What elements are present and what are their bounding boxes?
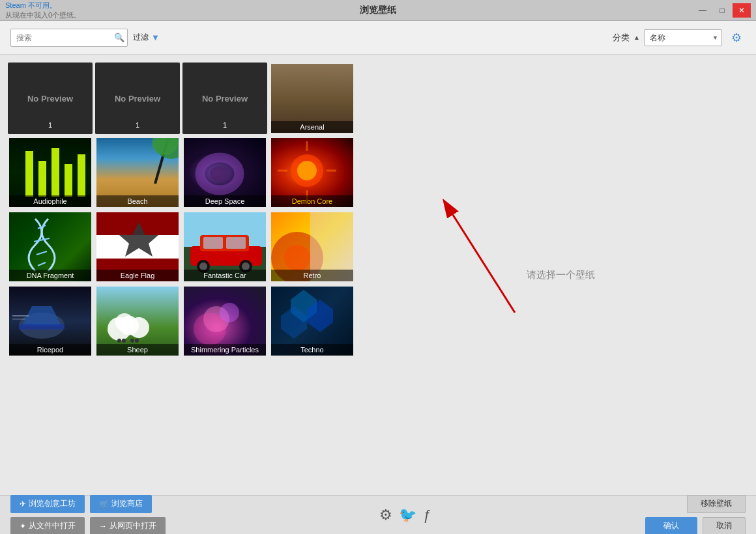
tile-techno[interactable]: Techno bbox=[270, 285, 355, 357]
tile-beach[interactable]: Beach bbox=[95, 137, 180, 208]
tile-label-techno: Techno bbox=[271, 344, 353, 356]
open-file-label: 从文件中打开 bbox=[29, 520, 76, 531]
minimize-button[interactable]: — bbox=[693, 3, 712, 18]
svg-rect-3 bbox=[65, 164, 72, 197]
tile-label-sheep: Sheep bbox=[96, 344, 179, 356]
sort-arrow-icon: ▲ bbox=[633, 34, 640, 41]
browse-workshop-label: 浏览创意工坊 bbox=[29, 498, 76, 509]
search-input[interactable] bbox=[16, 33, 114, 42]
confirm-row: 确认 取消 bbox=[645, 517, 746, 535]
svg-point-42 bbox=[117, 339, 121, 343]
filter-label: 过滤 bbox=[133, 32, 149, 43]
gear-icon: ⚙ bbox=[731, 31, 742, 45]
svg-point-11 bbox=[297, 161, 317, 180]
preview-area: 请选择一个壁纸 bbox=[365, 55, 756, 495]
social-icons-area: ⚙ 🐦 ƒ bbox=[171, 507, 640, 524]
open-url-label: 从网页中打开 bbox=[109, 520, 156, 531]
svg-point-48 bbox=[194, 313, 226, 345]
settings-button[interactable]: ⚙ bbox=[727, 29, 746, 47]
browse-workshop-button[interactable]: ✈ 浏览创意工坊 bbox=[10, 495, 85, 513]
svg-point-43 bbox=[122, 339, 126, 343]
no-preview-num-3: 1 bbox=[184, 121, 266, 129]
tile-label-eagle-flag: Eagle Flag bbox=[96, 270, 179, 281]
steam-status: Steam 不可用。 从现在中我入0个壁纸。 bbox=[5, 1, 81, 20]
svg-rect-4 bbox=[78, 154, 85, 197]
tile-sheep[interactable]: Sheep bbox=[95, 285, 180, 357]
no-preview-num-2: 1 bbox=[96, 121, 179, 129]
file-icon: ✦ bbox=[20, 522, 26, 531]
tile-eagle-flag[interactable]: Eagle Flag bbox=[95, 211, 180, 283]
tile-no-preview-1[interactable]: No Preview 1 bbox=[8, 63, 93, 134]
svg-rect-23 bbox=[203, 237, 223, 249]
tile-shimmering[interactable]: Shimmering Particles bbox=[182, 285, 267, 357]
steam-sub-text: 从现在中我入0个壁纸。 bbox=[5, 11, 81, 19]
svg-rect-1 bbox=[38, 161, 46, 197]
bottom-right-buttons: 移除壁纸 确认 取消 bbox=[645, 495, 746, 535]
tile-retro[interactable]: Retro bbox=[270, 211, 355, 283]
tile-label-retro: Retro bbox=[271, 270, 353, 281]
search-icon: 🔍 bbox=[114, 33, 124, 42]
bottom-left-buttons: ✈ 浏览创意工坊 🛒 浏览商店 ✦ 从文件中打开 → 从网页中打开 bbox=[10, 495, 166, 535]
tile-label-dna: DNA Fragment bbox=[9, 270, 91, 281]
svg-line-18 bbox=[36, 251, 47, 255]
title-bar: Steam 不可用。 从现在中我入0个壁纸。 浏览壁纸 — □ ✕ bbox=[0, 0, 756, 21]
twitter-icon[interactable]: 🐦 bbox=[399, 507, 416, 524]
url-icon: → bbox=[99, 522, 107, 531]
tile-dna-fragment[interactable]: DNA Fragment bbox=[8, 211, 93, 283]
window-controls: — □ ✕ bbox=[693, 3, 751, 18]
tile-deep-space[interactable]: Deep Space bbox=[182, 137, 267, 208]
bottom-row-2: ✦ 从文件中打开 → 从网页中打开 bbox=[10, 517, 166, 535]
maximize-button[interactable]: □ bbox=[713, 3, 731, 18]
bottom-bar: ✈ 浏览创意工坊 🛒 浏览商店 ✦ 从文件中打开 → 从网页中打开 ⚙ 🐦 ƒ … bbox=[0, 495, 756, 534]
store-icon: 🛒 bbox=[99, 499, 109, 509]
bottom-row-1: ✈ 浏览创意工坊 🛒 浏览商店 bbox=[10, 495, 166, 513]
browse-store-label: 浏览商店 bbox=[111, 498, 143, 509]
no-preview-text-2: No Preview bbox=[115, 94, 160, 104]
tile-label-beach: Beach bbox=[96, 195, 179, 207]
main-area: No Preview 1 No Preview 1 No Preview 1 A… bbox=[0, 55, 756, 495]
workshop-icon: ✈ bbox=[20, 499, 26, 509]
tile-ricepod[interactable]: Ricepod bbox=[8, 285, 93, 357]
confirm-button[interactable]: 确认 bbox=[645, 517, 697, 535]
close-button[interactable]: ✕ bbox=[733, 3, 751, 18]
svg-rect-24 bbox=[226, 237, 246, 249]
wallpaper-grid: No Preview 1 No Preview 1 No Preview 1 A… bbox=[8, 63, 357, 357]
tile-no-preview-3[interactable]: No Preview 1 bbox=[182, 63, 267, 134]
tile-demon-core[interactable]: Demon Core bbox=[270, 137, 355, 208]
svg-rect-0 bbox=[25, 151, 33, 197]
steam-icon[interactable]: ⚙ bbox=[379, 507, 392, 524]
tile-label-fantastic-car: Fantastic Car bbox=[184, 270, 266, 281]
sort-area: 分类 ▲ 名称 评分 日期 ▼ bbox=[613, 29, 722, 46]
remove-wallpaper-button[interactable]: 移除壁纸 bbox=[687, 495, 746, 513]
no-preview-num-1: 1 bbox=[9, 121, 91, 129]
tile-label-demon-core: Demon Core bbox=[271, 195, 353, 207]
wallpaper-grid-area: No Preview 1 No Preview 1 No Preview 1 A… bbox=[0, 55, 365, 495]
svg-point-44 bbox=[130, 339, 134, 343]
sort-select[interactable]: 名称 评分 日期 bbox=[644, 29, 722, 46]
open-url-button[interactable]: → 从网页中打开 bbox=[90, 517, 166, 535]
tile-audiophile[interactable]: Audiophile bbox=[8, 137, 93, 208]
svg-point-30 bbox=[284, 245, 310, 271]
tile-no-preview-2[interactable]: No Preview 1 bbox=[95, 63, 180, 134]
tile-arsenal[interactable]: Arsenal bbox=[270, 63, 355, 134]
sort-select-wrapper[interactable]: 名称 评分 日期 ▼ bbox=[644, 29, 722, 46]
filter-area[interactable]: 过滤 ▼ bbox=[133, 32, 160, 43]
tile-label-audiophile: Audiophile bbox=[9, 195, 91, 207]
svg-line-19 bbox=[38, 262, 46, 266]
search-box[interactable]: 🔍 bbox=[10, 29, 128, 47]
tile-fantastic-car[interactable]: Fantastic Car bbox=[182, 211, 267, 283]
sort-label: 分类 bbox=[613, 32, 630, 44]
preview-placeholder: 请选择一个壁纸 bbox=[527, 269, 595, 281]
svg-point-41 bbox=[115, 313, 134, 331]
cancel-button[interactable]: 取消 bbox=[703, 517, 746, 535]
tile-label-deep-space: Deep Space bbox=[184, 195, 266, 207]
filter-icon: ▼ bbox=[151, 33, 160, 42]
toolbar: 🔍 过滤 ▼ 分类 ▲ 名称 评分 日期 ▼ ⚙ bbox=[0, 21, 756, 55]
svg-point-45 bbox=[135, 339, 139, 343]
tile-label-shimmering: Shimmering Particles bbox=[184, 344, 266, 356]
browse-store-button[interactable]: 🛒 浏览商店 bbox=[90, 495, 152, 513]
facebook-icon[interactable]: ƒ bbox=[423, 507, 431, 524]
open-file-button[interactable]: ✦ 从文件中打开 bbox=[10, 517, 85, 535]
steam-error-text: Steam 不可用。 bbox=[5, 1, 57, 9]
svg-rect-35 bbox=[19, 324, 65, 330]
